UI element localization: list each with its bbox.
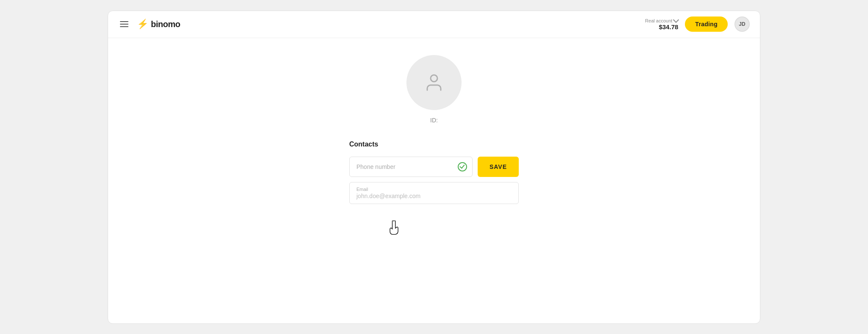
svg-point-0 xyxy=(431,75,437,82)
header: ⚡ binomo Real account $34.78 Trading JD xyxy=(108,11,760,38)
hamburger-menu-icon[interactable] xyxy=(118,19,130,29)
header-right: Real account $34.78 Trading JD xyxy=(645,17,750,32)
account-balance: $34.78 xyxy=(659,23,678,30)
logo[interactable]: ⚡ binomo xyxy=(137,19,180,30)
contacts-title: Contacts xyxy=(349,141,519,148)
contacts-section: Contacts SAVE Email john.doe@example.com xyxy=(349,141,519,204)
email-wrapper: Email john.doe@example.com xyxy=(349,182,519,204)
save-button[interactable]: SAVE xyxy=(478,157,519,177)
avatar[interactable]: JD xyxy=(734,17,750,32)
app-window: ⚡ binomo Real account $34.78 Trading JD xyxy=(108,11,760,324)
phone-form-row: SAVE xyxy=(349,157,519,177)
profile-section: ID: xyxy=(406,55,462,124)
phone-input-wrapper xyxy=(349,157,473,177)
main-content: ID: Contacts SAVE Email john.doe@exampl xyxy=(108,38,760,323)
email-value: john.doe@example.com xyxy=(356,193,512,199)
chevron-down-icon xyxy=(673,17,679,23)
email-label: Email xyxy=(356,187,512,192)
user-icon xyxy=(424,72,444,93)
profile-avatar[interactable] xyxy=(406,55,462,110)
trading-button[interactable]: Trading xyxy=(685,17,728,32)
logo-lightning-icon: ⚡ xyxy=(137,19,148,30)
profile-id: ID: xyxy=(430,117,438,124)
phone-input[interactable] xyxy=(356,163,455,170)
check-icon xyxy=(458,162,467,171)
account-info[interactable]: Real account $34.78 xyxy=(645,18,678,30)
account-label: Real account xyxy=(645,18,678,23)
contacts-form: SAVE Email john.doe@example.com xyxy=(349,157,519,204)
logo-text: binomo xyxy=(151,19,180,29)
header-left: ⚡ binomo xyxy=(118,19,180,30)
